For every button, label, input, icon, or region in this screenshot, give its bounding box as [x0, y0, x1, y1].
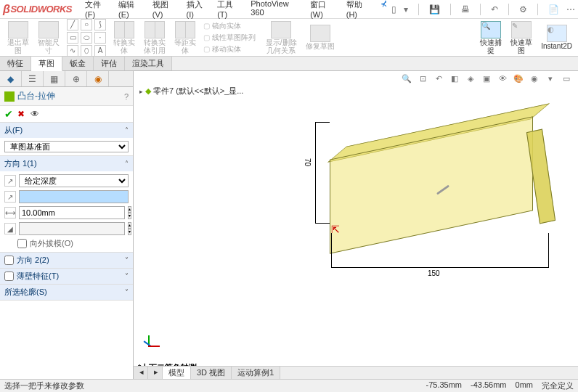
ribbon-relations[interactable]: 显示/删除几何关系 — [266, 21, 297, 54]
spin-up[interactable]: ▴ — [128, 222, 131, 229]
direction-vector-icon[interactable]: ↗ — [4, 191, 16, 203]
text-icon[interactable]: A — [94, 45, 106, 57]
rebuild-icon[interactable]: 📄 — [548, 4, 559, 15]
scene-icon[interactable]: ◉ — [529, 73, 540, 84]
display-style-icon[interactable]: ▣ — [481, 73, 492, 84]
dir1-distance-input[interactable] — [19, 206, 125, 219]
part-name[interactable]: 零件7 — [153, 86, 174, 97]
preview-button[interactable]: 👁 — [30, 109, 39, 119]
pm-tab-appearance-icon[interactable]: ⊕ — [65, 71, 87, 86]
pm-tab-config-icon[interactable]: ☰ — [22, 71, 44, 86]
distance-icon[interactable]: ⟷ — [4, 207, 16, 219]
reverse-direction-icon[interactable]: ↗ — [4, 175, 16, 187]
pm-dir2-header[interactable]: 方向 2(2)˅ — [0, 253, 133, 268]
menu-help[interactable]: 帮助(H) — [346, 0, 372, 19]
tab-scroll-left-icon[interactable]: ◂ — [134, 367, 148, 379]
help-icon[interactable]: ? — [124, 92, 129, 101]
ribbon-pattern[interactable]: 线性草图阵列 — [203, 33, 256, 43]
hide-show-icon[interactable]: 👁 — [497, 73, 508, 84]
dir1-depth-input[interactable] — [19, 190, 129, 203]
pm-dir1-header[interactable]: 方向 1(1)˄ — [0, 156, 133, 171]
menu-view[interactable]: 视图(V) — [152, 0, 178, 19]
prev-view-icon[interactable]: ↶ — [433, 73, 444, 84]
ribbon-convert1[interactable]: 转换实体 — [113, 21, 135, 54]
ok-button[interactable]: ✔ — [4, 108, 13, 120]
ribbon-mirror[interactable]: 镜向实体 — [203, 21, 256, 31]
line-icon[interactable]: ╱ — [67, 19, 78, 30]
menu-insert[interactable]: 插入(I) — [187, 0, 209, 19]
tab-evaluate[interactable]: 评估 — [94, 57, 125, 70]
point-icon[interactable]: · — [94, 32, 106, 44]
pm-thin-header[interactable]: 薄壁特征(T)˅ — [0, 269, 133, 284]
tab-scroll-right-icon[interactable]: ▸ — [148, 367, 163, 379]
ribbon-exit-sketch[interactable]: 退出草图 — [7, 21, 29, 54]
draft-icon[interactable]: ◢ — [4, 223, 16, 234]
ribbon-quick-snap[interactable]: 🔍 快速捕捉 — [480, 21, 502, 54]
tab-features[interactable]: 特征 — [0, 57, 31, 70]
zoom-area-icon[interactable]: ⊡ — [417, 73, 428, 84]
tab-motion[interactable]: 运动算例1 — [232, 367, 280, 379]
tab-model[interactable]: 模型 — [163, 367, 191, 379]
draft-outward-checkbox[interactable] — [17, 239, 27, 248]
print-icon[interactable]: 🖶 — [461, 4, 470, 15]
slot-icon[interactable]: ⬭ — [81, 32, 92, 44]
ribbon-quick-sketch[interactable]: ✎ 快速草图 — [510, 21, 532, 54]
tab-sketch[interactable]: 草图 — [31, 57, 62, 71]
view-settings-icon[interactable]: ▾ — [545, 73, 556, 84]
new-icon[interactable]: ▯ — [391, 4, 396, 15]
view-orient-icon[interactable]: ◈ — [465, 73, 476, 84]
breadcrumb[interactable]: ▸ ◆ 零件7 (默认<<默认>_显... — [139, 86, 243, 97]
pm-tab-render-icon[interactable]: ◉ — [87, 71, 109, 86]
dimension-vertical[interactable] — [315, 122, 316, 224]
tab-render[interactable]: 渲染工具 — [125, 57, 172, 70]
cancel-button[interactable]: ✖ — [17, 109, 25, 119]
pm-tab-feature-icon[interactable]: ◆ — [0, 71, 22, 86]
pm-contours-header[interactable]: 所选轮廓(S)˅ — [0, 285, 133, 300]
ellipse-icon[interactable]: ⬯ — [81, 45, 92, 57]
tab-sheetmetal[interactable]: 钣金 — [62, 57, 94, 70]
menu-pin-icon[interactable]: ⊀ — [380, 0, 387, 19]
ribbon-repair[interactable]: 修复草图 — [306, 25, 335, 50]
more-icon[interactable]: ⋯ — [566, 4, 575, 15]
spline-icon[interactable]: ∿ — [67, 45, 78, 57]
graphics-area[interactable]: 🔍 ⊡ ↶ ◧ ◈ ▣ 👁 🎨 ◉ ▾ ▭ ▸ ◆ 零件7 (默认<<默认>_显… — [134, 71, 578, 379]
menu-window[interactable]: 窗口(W) — [310, 0, 338, 19]
open-icon[interactable]: ▾ — [404, 4, 408, 15]
zoom-fit-icon[interactable]: 🔍 — [401, 73, 412, 84]
from-select[interactable]: 草图基准面 — [4, 141, 129, 152]
origin-icon[interactable]: ⇱ — [331, 224, 340, 235]
dim-width-value[interactable]: 150 — [428, 269, 440, 277]
appearance-icon[interactable]: 🎨 — [513, 73, 524, 84]
dir2-enable-checkbox[interactable] — [4, 256, 14, 265]
spin-down[interactable]: ▾ — [128, 229, 131, 235]
undo-icon[interactable]: ↶ — [491, 4, 498, 15]
pm-from-header[interactable]: 从(F)˄ — [0, 123, 133, 138]
rect-icon[interactable]: ▭ — [67, 32, 78, 44]
expand-icon[interactable]: ▸ — [139, 88, 143, 95]
orientation-triad[interactable] — [139, 335, 161, 357]
ribbon-offset[interactable]: 等距实体 — [174, 21, 196, 54]
draft-angle-input[interactable] — [19, 222, 125, 235]
extrude-preview-block[interactable] — [330, 129, 548, 238]
spin-down[interactable]: ▾ — [128, 213, 131, 219]
menu-tools[interactable]: 工具(T) — [217, 0, 242, 19]
menu-edit[interactable]: 编辑(E) — [118, 0, 144, 19]
menu-photoview[interactable]: PhotoView 360 — [251, 0, 301, 19]
render-icon[interactable]: ▭ — [561, 73, 572, 84]
ribbon-instant2d[interactable]: ◐ Instant2D — [541, 25, 572, 50]
thin-enable-checkbox[interactable] — [4, 271, 14, 281]
options-icon[interactable]: ⚙ — [519, 4, 527, 15]
ribbon-smart-dim[interactable]: 智能尺寸 — [38, 21, 60, 54]
save-icon[interactable]: 💾 — [429, 4, 440, 15]
pm-tab-display-icon[interactable]: ▦ — [44, 71, 65, 86]
dir1-type-select[interactable]: 给定深度 — [19, 174, 129, 187]
spin-up[interactable]: ▴ — [128, 206, 131, 213]
menu-file[interactable]: 文件(F) — [85, 0, 110, 19]
ribbon-move[interactable]: 移动实体 — [203, 44, 256, 54]
arc-icon[interactable]: ⟆ — [94, 19, 106, 30]
dim-height-value[interactable]: 70 — [304, 158, 312, 166]
dimension-horizontal[interactable] — [331, 267, 549, 268]
ribbon-convert-ref[interactable]: 转换实体引用 — [144, 21, 166, 54]
circle-icon[interactable]: ○ — [81, 19, 92, 30]
section-view-icon[interactable]: ◧ — [449, 73, 460, 84]
